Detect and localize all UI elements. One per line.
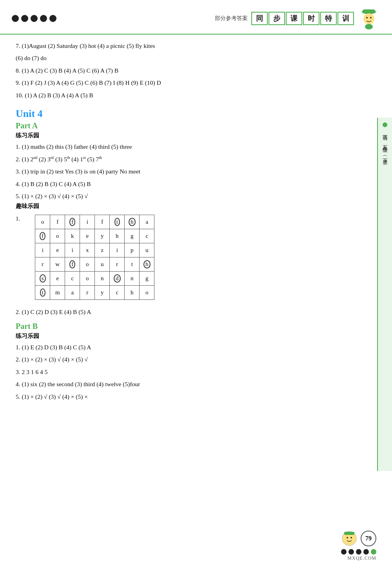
sidebar-text-3: （下册）: [381, 153, 388, 158]
cell-3-2: f: [65, 257, 80, 272]
footer-brand: MXQE.COM: [347, 555, 376, 561]
dot-2: [21, 15, 28, 22]
grid-container: 1. o f f i f t h a f o k e y h g c: [16, 212, 376, 303]
partb-answer-2: 2. (1) × (2) × (3) √ (4) × (5) √: [16, 354, 376, 365]
fdot-2: [348, 549, 354, 555]
section-1-title: 练习乐园: [16, 132, 376, 139]
footer-mascot-icon: [341, 530, 358, 547]
cell-0-3: i: [80, 215, 95, 229]
cell-1-5: h: [110, 229, 125, 243]
parta-answer-4: 4. (1) B (2) B (3) C (4) A (5) B: [16, 178, 376, 190]
cell-2-5: i: [110, 243, 125, 257]
grid-row-5: t m a r y c h o: [35, 286, 154, 300]
grid-row-2: i e i x z i p u: [35, 243, 154, 257]
cell-3-5: r: [110, 257, 125, 272]
cell-3-0: r: [35, 257, 50, 272]
oval-f-1: f: [40, 232, 45, 240]
word-grid-table: o f f i f t h a f o k e y h g c i e: [35, 215, 154, 300]
dot-5: [49, 15, 56, 22]
grid-row-0: o f f i f t h a: [35, 215, 154, 229]
cell-1-0: f: [35, 229, 50, 243]
part-a-title: Part A: [16, 121, 376, 130]
cell-0-0: o: [35, 215, 50, 229]
header-center: 部分参考答案 同 步 课 时 特 训: [215, 7, 380, 30]
cell-2-6: p: [125, 243, 140, 257]
cell-0-5: t: [110, 215, 125, 229]
a2-prefix: 2. (1) 2: [16, 156, 33, 162]
oval-h-0: h: [129, 218, 136, 226]
svg-point-9: [350, 537, 352, 538]
hbox-4: 时: [303, 12, 319, 25]
cell-0-2: f: [65, 215, 80, 229]
header-label: 部分参考答案: [215, 15, 248, 22]
cell-3-6: t: [125, 257, 140, 272]
cell-1-7: c: [140, 229, 154, 243]
main-content: 7. (1)August (2) Saturday (3) hot (4) a …: [0, 35, 392, 411]
partb-answer-4: 4. (1) six (2) the second (3) third (4) …: [16, 378, 376, 390]
a2-sup2: rd: [51, 155, 54, 159]
answer-9: 9. (1) F (2) J (3) A (4) G (5) C (6) B (…: [16, 77, 376, 88]
a2-sup4: st: [83, 155, 86, 159]
partb-answer-3: 3. 2 3 1 6 4 5: [16, 366, 376, 378]
partb-answer-1: 1. (1) E (2) D (3) B (4) C (5) A: [16, 341, 376, 353]
svg-point-4: [370, 17, 372, 18]
parta-grid-answer2: 2. (1) C (2) D (3) E (4) B (5) A: [16, 306, 376, 318]
dot-4: [40, 15, 47, 22]
hbox-2: 步: [269, 12, 285, 25]
svg-point-5: [365, 24, 373, 29]
mascot-icon: [358, 7, 380, 30]
cell-4-6: n: [125, 272, 140, 286]
cell-2-3: x: [80, 243, 95, 257]
cell-0-1: f: [50, 215, 65, 229]
cell-3-3: o: [80, 257, 95, 272]
header-dots-left: [12, 15, 56, 22]
dot-3: [31, 15, 38, 22]
oval-h-3: h: [143, 260, 151, 268]
parta-answer-1: 1. (1) maths (2) this (3) father (4) thi…: [16, 141, 376, 152]
cell-4-1: e: [50, 272, 65, 286]
cell-3-1: w: [50, 257, 65, 272]
sidebar-text-1: 英语: [381, 130, 388, 133]
cell-0-4: f: [95, 215, 110, 229]
a2-mid2: (3) 5: [54, 156, 67, 162]
a2-sup5: th: [99, 155, 102, 159]
a2-sup1: nd: [33, 155, 37, 159]
grid-row-1: f o k e y h g c: [35, 229, 154, 243]
hbox-3: 课: [286, 12, 302, 25]
footer-dots: [341, 549, 376, 555]
cell-0-7: a: [140, 215, 154, 229]
cell-5-1: m: [50, 286, 65, 300]
answer-8: 8. (1) A (2) C (3) B (4) A (5) C (6) A (…: [16, 65, 376, 76]
dot-1: [12, 15, 19, 22]
section-2-title: 趣味乐园: [16, 203, 376, 210]
partb-answer-5: 5. (1) × (2) √ (3) √ (4) × (5) ×: [16, 391, 376, 402]
parta-answer-5: 5. (1) × (2) × (3) √ (4) × (5) √: [16, 190, 376, 202]
a2-mid3: (4) 1: [70, 156, 83, 162]
sidebar-dot-1: [383, 122, 387, 127]
cell-3-7: h: [140, 257, 154, 272]
cell-5-7: o: [140, 286, 154, 300]
a2-mid1: (2) 3: [37, 156, 51, 162]
cell-2-4: z: [95, 243, 110, 257]
oval-t-5: t: [40, 288, 45, 297]
page-number: 79: [361, 531, 376, 546]
grid-row-4: s e c o n d n g: [35, 272, 154, 286]
fdot-5: [371, 549, 376, 555]
cell-5-2: a: [65, 286, 80, 300]
answer-7b: (6) do (7) do: [16, 52, 376, 64]
cell-5-6: h: [125, 286, 140, 300]
header: 部分参考答案 同 步 课 时 特 训: [0, 0, 392, 35]
fdot-3: [356, 549, 361, 555]
fdot-4: [363, 549, 369, 555]
hbox-6: 训: [338, 12, 354, 25]
cell-4-0: s: [35, 272, 50, 286]
footer: 79 MXQE.COM: [0, 530, 392, 561]
svg-rect-7: [344, 532, 354, 535]
answer-7: 7. (1)August (2) Saturday (3) hot (4) a …: [16, 40, 376, 51]
oval-f-2: f: [69, 260, 75, 268]
cell-2-2: i: [65, 243, 80, 257]
cell-2-7: u: [140, 243, 154, 257]
grid-row-3: r w f o u r t h: [35, 257, 154, 272]
a2-mid4: (5) 7: [86, 156, 99, 162]
cell-5-3: r: [80, 286, 95, 300]
